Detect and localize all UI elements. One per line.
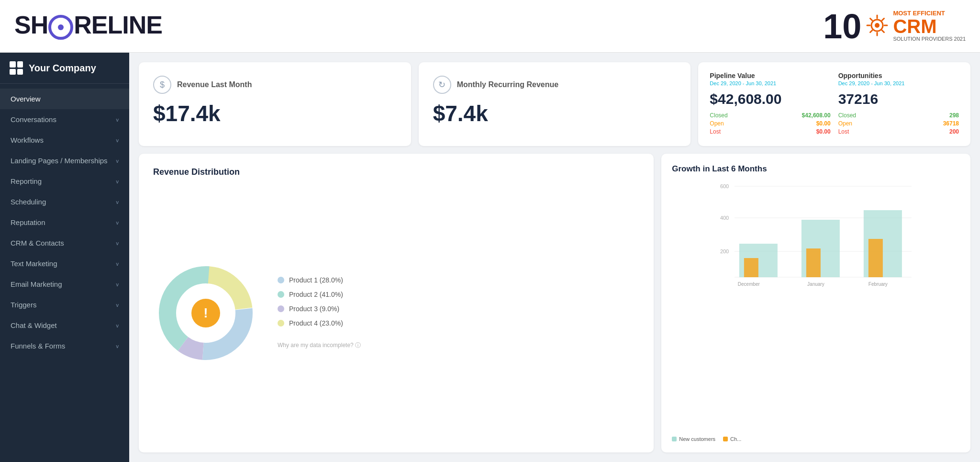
growth-card: Growth in Last 6 Months 600 400 200 [661,154,970,452]
chevron-icon: v [116,302,119,308]
sidebar-item-workflows[interactable]: Workflows v [0,130,129,150]
crm-solution: SOLUTION PROVIDERS 2021 [893,36,966,42]
no-data-message[interactable]: Why are my data incomplete? ⓘ [278,341,361,349]
pipeline-value: $42,608.00 [710,91,830,107]
chevron-icon: v [116,343,119,349]
svg-point-1 [875,23,880,28]
mrr-card: ↻ Monthly Recurring Revenue $7.4k [419,62,691,146]
legend-label-product1: Product 1 (28.0%) [289,276,343,284]
legend-new-customers: New customers [672,436,715,442]
pipeline-card: Pipeline Value Dec 29, 2020 - Jun 30, 20… [698,62,970,146]
legend-label-product3: Product 3 (9.0%) [289,305,339,313]
sidebar-item-triggers[interactable]: Triggers v [0,294,129,315]
donut-chart: ! [153,260,258,366]
top-header: SHRELINE 10 MOST EFFICIENT [0,0,980,53]
sidebar-nav: Overview Conversations v Workflows v Lan… [0,84,129,462]
company-name: Your Company [29,63,96,74]
sidebar: Your Company Overview Conversations v Wo… [0,53,129,462]
legend-churn: Ch... [723,436,741,442]
dollar-icon: $ [153,76,171,94]
bottom-row: Revenue Distribution [139,154,970,452]
svg-line-8 [882,18,884,20]
chevron-icon: v [116,261,119,267]
legend-dot-product2 [278,291,284,298]
legend-label-product2: Product 2 (41.0%) [289,291,343,298]
legend-product1: Product 1 (28.0%) [278,276,361,284]
bar-january-orange [806,248,821,277]
legend-label-new-customers: New customers [679,436,715,442]
sidebar-item-reputation[interactable]: Reputation v [0,212,129,233]
growth-title: Growth in Last 6 Months [672,164,960,174]
revenue-value: $17.4k [153,101,397,126]
svg-text:400: 400 [720,215,729,221]
opp-value: 37216 [838,91,959,107]
recurring-icon: ↻ [433,76,451,94]
sidebar-company-header: Your Company [0,53,129,84]
opp-lost-label: Lost [838,128,849,135]
legend-dot-product3 [278,305,284,312]
mrr-title: Monthly Recurring Revenue [457,80,558,89]
chevron-icon: v [116,179,119,184]
open-value: $0.00 [816,120,831,127]
sidebar-item-chat-widget[interactable]: Chat & Widget v [0,315,129,336]
legend-label-product4: Product 4 (23.0%) [289,319,343,327]
pipeline-title: Pipeline Value [710,72,830,79]
lost-label: Lost [710,128,721,135]
main-layout: Your Company Overview Conversations v Wo… [0,53,980,462]
legend-dot-product4 [278,320,284,327]
legend-dot-new-customers [672,437,677,441]
bar-february-orange [869,239,883,277]
donut-center-icon: ! [191,299,220,327]
legend-product4: Product 4 (23.0%) [278,319,361,327]
svg-line-9 [870,30,872,32]
svg-text:February: February [869,282,888,287]
svg-line-6 [870,18,872,20]
svg-text:200: 200 [720,248,729,254]
open-label: Open [710,120,724,127]
logo-text: SHRELINE [14,12,162,39]
sidebar-item-scheduling[interactable]: Scheduling v [0,192,129,212]
opp-title: Opportunities [838,72,959,79]
stats-row: $ Revenue Last Month $17.4k ↻ Monthly Re… [139,62,970,146]
grid-icon [10,61,23,75]
sidebar-item-crm[interactable]: CRM & Contacts v [0,233,129,253]
growth-svg: 600 400 200 [672,181,960,287]
svg-line-7 [882,30,884,32]
chevron-icon: v [116,323,119,328]
pipeline-date: Dec 29, 2020 - Jun 30, 2021 [710,80,830,86]
lost-value: $0.00 [816,128,831,135]
crm-gear-icon [864,12,890,40]
sidebar-item-landing-pages[interactable]: Landing Pages / Memberships v [0,150,129,171]
crm-text-block: MOST EFFICIENT CRM SOLUTION PROVIDERS 20… [893,10,966,42]
logo: SHRELINE [14,12,162,39]
revenue-last-month-card: $ Revenue Last Month $17.4k [139,62,411,146]
bar-december-orange [744,258,758,277]
legend-dot-churn [723,437,728,441]
sidebar-item-reporting[interactable]: Reporting v [0,171,129,192]
sidebar-item-overview[interactable]: Overview [0,89,129,109]
chevron-icon: v [116,240,119,246]
sidebar-item-email-marketing[interactable]: Email Marketing v [0,274,129,294]
chevron-icon: v [116,220,119,225]
revenue-dist-title: Revenue Distribution [153,167,639,177]
svg-text:600: 600 [720,183,729,189]
sidebar-item-conversations[interactable]: Conversations v [0,109,129,130]
closed-value: $42,608.00 [802,112,831,119]
sidebar-item-funnels[interactable]: Funnels & Forms v [0,336,129,356]
crm-badge: 10 MOST EFFICIENT CRM SOLUTIO [823,9,966,44]
legend-dot-product1 [278,277,284,283]
chevron-icon: v [116,117,119,123]
closed-label: Closed [710,112,727,119]
sidebar-item-text-marketing[interactable]: Text Marketing v [0,253,129,274]
opp-open-value: 36718 [943,120,959,127]
opp-closed-value: 298 [949,112,959,119]
logo-o-circle [48,15,73,40]
crm-main-label: CRM [893,17,966,36]
legend-label-churn: Ch... [730,436,741,442]
revenue-title: Revenue Last Month [177,80,252,89]
legend-product2: Product 2 (41.0%) [278,291,361,298]
growth-legend: New customers Ch... [672,436,960,442]
svg-text:December: December [738,282,760,287]
legend-product3: Product 3 (9.0%) [278,305,361,313]
pipeline-value-section: Pipeline Value Dec 29, 2020 - Jun 30, 20… [710,72,830,136]
